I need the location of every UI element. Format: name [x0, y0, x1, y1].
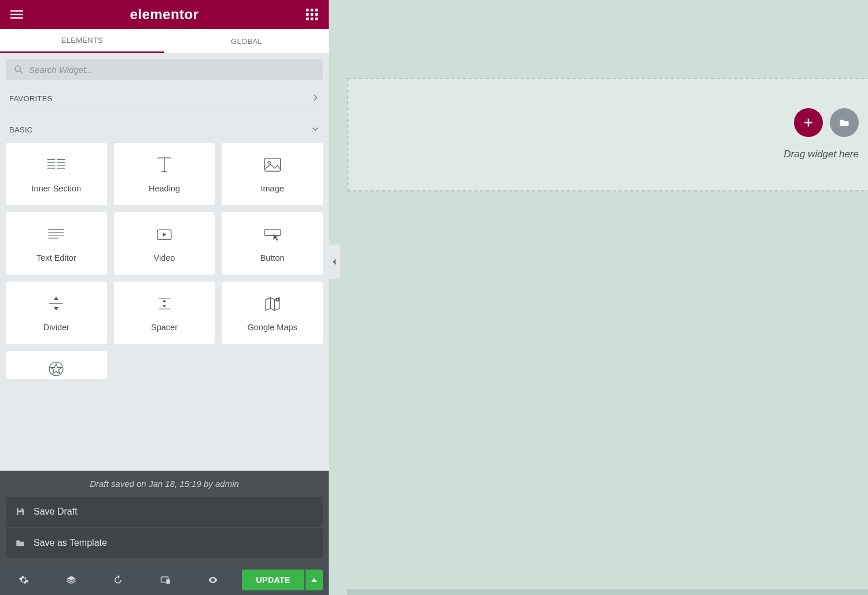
add-template-button[interactable]	[830, 108, 859, 137]
svg-rect-33	[264, 230, 281, 236]
widget-divider[interactable]: Divider	[6, 282, 107, 344]
search-container	[0, 53, 329, 86]
tab-elements[interactable]: ELEMENTS	[0, 29, 164, 53]
svg-rect-1	[10, 14, 23, 15]
svg-rect-9	[306, 18, 309, 21]
svg-rect-8	[315, 13, 318, 16]
category-basic-label: BASIC	[9, 125, 33, 134]
save-draft-label: Save Draft	[34, 507, 78, 517]
star-icon	[46, 359, 66, 379]
canvas-bottom-strip	[347, 589, 868, 595]
svg-marker-46	[51, 364, 62, 374]
widget-label: Image	[261, 184, 284, 193]
history-icon	[113, 575, 123, 585]
category-favorites[interactable]: FAVORITES	[0, 86, 329, 112]
widget-icon-peek[interactable]	[6, 351, 107, 379]
collapse-sidebar-button[interactable]	[329, 244, 340, 280]
widgets-area: Inner Section Heading Image Text Editor …	[0, 143, 329, 471]
widget-label: Button	[260, 253, 285, 263]
widget-label: Text Editor	[36, 253, 76, 263]
category-basic[interactable]: BASIC	[0, 117, 329, 143]
svg-rect-25	[264, 158, 280, 171]
search-icon	[14, 65, 23, 74]
video-icon	[155, 224, 174, 244]
svg-point-44	[277, 299, 278, 301]
svg-point-12	[15, 66, 20, 71]
svg-marker-36	[54, 307, 59, 311]
editor-canvas[interactable]: Drag widget here	[347, 0, 868, 595]
text-editor-icon	[46, 224, 66, 244]
widget-label: Inner Section	[32, 184, 81, 193]
spacer-icon	[155, 294, 174, 313]
svg-rect-4	[311, 9, 314, 12]
widget-spacer[interactable]: Spacer	[114, 282, 215, 344]
add-section-button[interactable]	[794, 108, 823, 137]
widgets-grid: Inner Section Heading Image Text Editor …	[6, 143, 323, 351]
svg-rect-47	[18, 508, 21, 511]
preview-button[interactable]	[189, 565, 237, 595]
drop-hint-text: Drag widget here	[784, 149, 859, 160]
devices-icon	[160, 575, 171, 585]
save-icon	[15, 507, 25, 517]
svg-rect-6	[306, 13, 309, 16]
eye-icon	[208, 575, 218, 585]
svg-point-26	[268, 161, 270, 164]
widgets-grid-row-peek	[6, 351, 323, 386]
drop-zone[interactable]: Drag widget here	[347, 78, 868, 191]
widget-button[interactable]: Button	[222, 212, 323, 275]
svg-marker-34	[54, 297, 59, 300]
svg-marker-39	[163, 305, 167, 308]
divider-icon	[46, 294, 66, 313]
brand-title: elementor	[130, 6, 198, 23]
svg-rect-53	[166, 579, 170, 584]
widget-label: Heading	[149, 184, 180, 193]
drop-zone-actions	[794, 108, 859, 137]
svg-rect-10	[311, 18, 314, 21]
gear-icon	[19, 575, 29, 585]
save-options-panel: Draft saved on Jan 18, 15:19 by admin Sa…	[0, 471, 329, 565]
save-draft-button[interactable]: Save Draft	[6, 497, 323, 527]
svg-marker-55	[333, 259, 336, 265]
sidebar-footer: UPDATE	[0, 565, 329, 595]
widget-label: Video	[154, 253, 175, 263]
responsive-button[interactable]	[142, 565, 189, 595]
widget-google-maps[interactable]: Google Maps	[222, 282, 323, 344]
widget-label: Google Maps	[248, 323, 297, 332]
grid-icon	[306, 8, 318, 21]
folder-icon	[838, 117, 850, 128]
update-group: UPDATE	[236, 565, 329, 595]
history-button[interactable]	[94, 565, 142, 595]
widget-image[interactable]: Image	[222, 143, 323, 205]
widget-inner-section[interactable]: Inner Section	[6, 143, 107, 205]
apps-button[interactable]	[306, 8, 318, 21]
map-icon	[263, 294, 282, 313]
search-field[interactable]	[6, 59, 323, 80]
tab-global[interactable]: GLOBAL	[164, 29, 329, 53]
navigator-button[interactable]	[47, 565, 95, 595]
widget-heading[interactable]: Heading	[114, 143, 215, 205]
search-input[interactable]	[29, 65, 315, 75]
plus-icon	[803, 117, 814, 128]
widget-label: Spacer	[151, 323, 178, 332]
update-options-button[interactable]	[306, 570, 323, 590]
svg-rect-48	[18, 512, 23, 515]
save-template-label: Save as Template	[34, 538, 107, 548]
divider-line	[9, 112, 319, 112]
sidebar-tabs: ELEMENTS GLOBAL	[0, 29, 329, 53]
update-button[interactable]: UPDATE	[242, 570, 304, 590]
widget-video[interactable]: Video	[114, 212, 215, 275]
widget-text-editor[interactable]: Text Editor	[6, 212, 107, 275]
caret-up-icon	[311, 577, 317, 583]
svg-rect-3	[306, 9, 309, 12]
menu-button[interactable]	[10, 8, 23, 21]
button-icon	[263, 224, 282, 244]
save-template-button[interactable]: Save as Template	[6, 528, 323, 558]
settings-button[interactable]	[0, 565, 47, 595]
editor-sidebar: elementor ELEMENTS GLOBAL FAVORITES BASI…	[0, 0, 329, 595]
chevron-down-icon	[311, 125, 319, 135]
sidebar-header: elementor	[0, 0, 329, 29]
folder-icon	[15, 538, 25, 548]
chevron-left-icon	[332, 259, 337, 265]
svg-line-13	[20, 71, 23, 73]
heading-icon	[155, 155, 174, 175]
